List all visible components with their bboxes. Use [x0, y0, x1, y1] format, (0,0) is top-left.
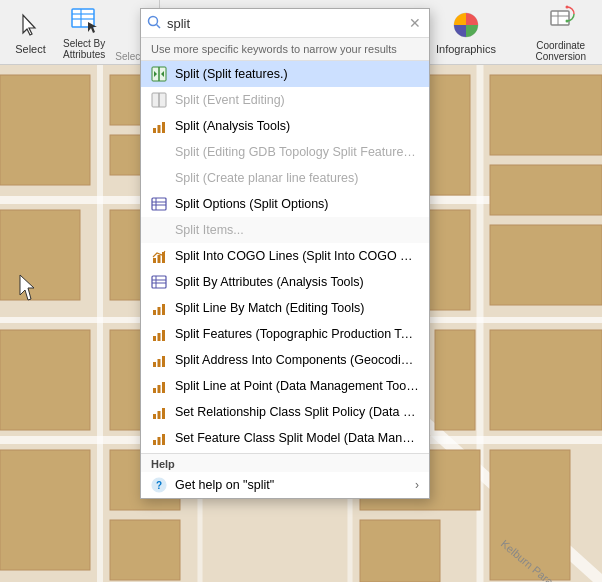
svg-rect-68: [162, 304, 165, 315]
set-relationship-text: Set Relationship Class Split Policy (Dat…: [175, 405, 419, 419]
split-by-attr-text: Split By Attributes (Analysis Tools): [175, 275, 419, 289]
svg-rect-25: [435, 330, 475, 430]
svg-rect-75: [153, 388, 156, 393]
split-options-icon: [151, 196, 167, 212]
select-by-attributes-button[interactable]: Select ByAttributes: [57, 0, 111, 64]
split-analysis-icon: [151, 118, 167, 134]
svg-rect-60: [158, 255, 161, 263]
svg-rect-12: [0, 210, 80, 300]
list-item[interactable]: Split Line at Point (Data Management Too…: [141, 373, 429, 399]
split-address-text: Split Address Into Components (Geocodin.…: [175, 353, 419, 367]
svg-rect-16: [0, 450, 90, 570]
svg-rect-69: [153, 336, 156, 341]
search-input-row: ✕: [141, 9, 429, 38]
coordinate-conversion-button[interactable]: CoordinateConversion: [527, 0, 594, 65]
svg-rect-72: [153, 362, 156, 367]
svg-rect-29: [360, 520, 440, 582]
select-label: Select: [15, 43, 46, 55]
svg-rect-18: [110, 520, 180, 580]
split-event-text: Split (Event Editing): [175, 93, 419, 107]
search-input[interactable]: [167, 16, 407, 31]
svg-rect-20: [490, 75, 602, 155]
set-feature-class-text: Set Feature Class Split Model (Data Mana…: [175, 431, 419, 445]
split-address-icon: [151, 352, 167, 368]
svg-rect-71: [162, 330, 165, 341]
svg-rect-67: [158, 307, 161, 315]
list-item[interactable]: Split (Analysis Tools): [141, 113, 429, 139]
svg-rect-73: [158, 359, 161, 367]
svg-rect-53: [158, 125, 161, 133]
list-item: Split (Editing GDB Topology Split Featur…: [141, 139, 429, 165]
split-items-icon: [151, 222, 167, 238]
svg-rect-76: [158, 385, 161, 393]
svg-rect-74: [162, 356, 165, 367]
list-item: Split (Event Editing): [141, 87, 429, 113]
svg-rect-81: [153, 440, 156, 445]
get-help-item[interactable]: ? Get help on "split" ›: [141, 472, 429, 498]
list-item[interactable]: Split Into COGO Lines (Split Into COGO L…: [141, 243, 429, 269]
search-clear-button[interactable]: ✕: [407, 13, 423, 33]
split-planar-icon: [151, 170, 167, 186]
coordinate-conversion-label: CoordinateConversion: [535, 40, 586, 62]
svg-rect-14: [0, 330, 90, 430]
select-by-attributes-label: Select ByAttributes: [63, 38, 105, 60]
list-item[interactable]: Set Feature Class Split Model (Data Mana…: [141, 425, 429, 451]
app-container: Kelburn Parade Select: [0, 0, 602, 582]
list-item[interactable]: Split Features (Topographic Production T…: [141, 321, 429, 347]
svg-rect-66: [153, 310, 156, 315]
svg-rect-83: [162, 434, 165, 445]
infographics-label: Infographics: [436, 43, 496, 55]
split-gdb-icon: [151, 144, 167, 160]
list-item[interactable]: Split Options (Split Options): [141, 191, 429, 217]
split-line-point-icon: [151, 378, 167, 394]
select-button[interactable]: Select: [8, 5, 53, 59]
get-help-text: Get help on "split": [175, 478, 274, 492]
svg-rect-62: [152, 276, 166, 288]
svg-rect-54: [162, 122, 165, 133]
infographics-icon: [450, 9, 482, 41]
split-features-topo-text: Split Features (Topographic Production T…: [175, 327, 419, 341]
help-header: Help: [141, 454, 429, 472]
svg-rect-79: [158, 411, 161, 419]
split-by-attr-icon: [151, 274, 167, 290]
svg-rect-78: [153, 414, 156, 419]
list-item[interactable]: Split By Attributes (Analysis Tools): [141, 269, 429, 295]
list-item[interactable]: Split (Split features.): [141, 61, 429, 87]
svg-rect-59: [153, 258, 156, 263]
split-items-header: Split Items...: [141, 217, 429, 243]
svg-point-43: [565, 20, 568, 23]
split-planar-text: Split (Create planar line features): [175, 171, 419, 185]
svg-point-42: [565, 6, 568, 9]
select-icon: [15, 9, 47, 41]
help-question-icon: ?: [151, 477, 167, 493]
select-by-attributes-icon: [68, 4, 100, 36]
svg-rect-39: [551, 11, 569, 25]
help-chevron-icon: ›: [415, 478, 419, 492]
list-item[interactable]: Split Line By Match (Editing Tools): [141, 295, 429, 321]
split-line-point-text: Split Line at Point (Data Management Too…: [175, 379, 419, 393]
svg-text:?: ?: [156, 480, 162, 491]
search-dropdown: ✕ Use more specific keywords to narrow y…: [140, 8, 430, 499]
help-item-left: ? Get help on "split": [151, 477, 274, 493]
split-features-text: Split (Split features.): [175, 67, 419, 81]
set-relationship-icon: [151, 404, 167, 420]
svg-rect-52: [153, 128, 156, 133]
split-analysis-text: Split (Analysis Tools): [175, 119, 419, 133]
svg-rect-80: [162, 408, 165, 419]
set-feature-class-icon: [151, 430, 167, 446]
split-items-text: Split Items...: [175, 223, 419, 237]
svg-line-45: [157, 24, 161, 28]
svg-rect-55: [152, 198, 166, 210]
split-event-icon: [151, 92, 167, 108]
svg-rect-11: [0, 75, 90, 185]
list-item[interactable]: Split Address Into Components (Geocodin.…: [141, 347, 429, 373]
svg-rect-21: [490, 165, 602, 215]
split-line-match-icon: [151, 300, 167, 316]
svg-point-44: [149, 16, 158, 25]
svg-rect-77: [162, 382, 165, 393]
list-item[interactable]: Set Relationship Class Split Policy (Dat…: [141, 399, 429, 425]
infographics-button[interactable]: Infographics: [430, 5, 502, 59]
search-icon: [147, 15, 161, 32]
split-options-text: Split Options (Split Options): [175, 197, 419, 211]
search-hint: Use more specific keywords to narrow you…: [141, 38, 429, 61]
